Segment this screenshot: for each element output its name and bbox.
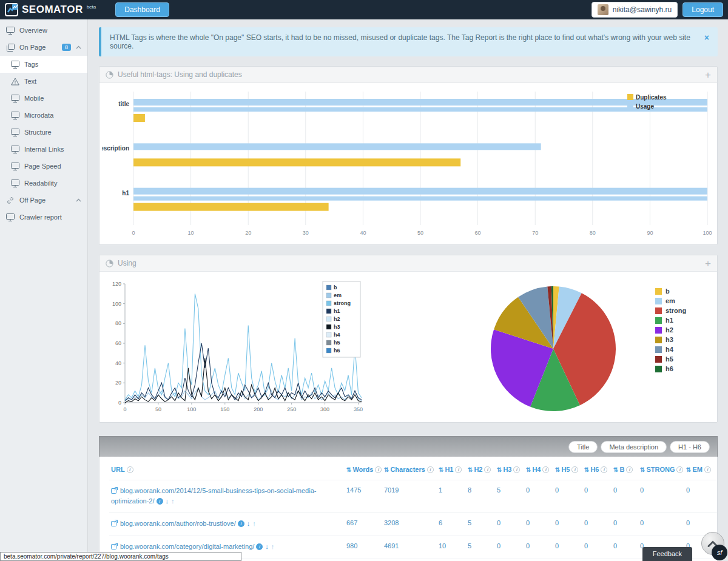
column-header-h4[interactable]: ⇅H4i: [524, 459, 553, 480]
monitor-icon: [6, 213, 15, 221]
sidebar-item-mobile[interactable]: Mobile: [0, 90, 87, 107]
panel-header: Useful html-tags: Using and duplicates +: [99, 67, 717, 83]
info-icon[interactable]: i: [157, 498, 163, 505]
sidebar-item-crawler-report[interactable]: Crawler report: [0, 209, 87, 226]
sort-icon[interactable]: ⇅: [526, 466, 531, 473]
info-icon[interactable]: i: [676, 466, 683, 473]
cell-h3: 5: [495, 480, 524, 513]
legend-label: h4: [666, 346, 673, 353]
pie-legend-item: h2: [655, 326, 707, 334]
info-icon[interactable]: i: [626, 466, 633, 473]
sidebar-item-label: Readability: [24, 180, 57, 187]
sf-logo[interactable]: sf: [712, 545, 727, 560]
url-link[interactable]: blog.woorank.com/category/digital-market…: [120, 543, 254, 550]
column-header-words[interactable]: ⇅Wordsi: [345, 459, 382, 480]
arrow-down-icon[interactable]: ↓: [247, 520, 251, 527]
sort-icon[interactable]: ⇅: [497, 466, 502, 473]
expand-icon[interactable]: +: [705, 258, 711, 269]
filter-h1-h6-button[interactable]: H1 - H6: [670, 441, 710, 453]
legend-swatch: [655, 337, 662, 343]
seomator-logo[interactable]: SEOMATOR beta: [5, 3, 96, 16]
info-icon[interactable]: i: [704, 466, 711, 473]
table-body: blog.woorank.com/2014/12/5-small-busines…: [109, 480, 717, 561]
column-header-h6[interactable]: ⇅H6i: [582, 459, 612, 480]
info-icon[interactable]: i: [238, 520, 244, 527]
svg-text:em: em: [334, 292, 342, 298]
sidebar-item-overview[interactable]: Overview: [0, 22, 87, 39]
sidebar-item-readability[interactable]: Readability: [0, 175, 87, 192]
column-header-h2[interactable]: ⇅H2i: [466, 459, 495, 480]
info-icon[interactable]: i: [571, 466, 578, 473]
info-icon[interactable]: i: [542, 466, 549, 473]
feedback-button[interactable]: Feedback: [642, 547, 692, 561]
column-header-h3[interactable]: ⇅H3i: [495, 459, 524, 480]
svg-text:h4: h4: [334, 332, 340, 338]
filter-title-button[interactable]: Title: [568, 441, 598, 453]
sort-icon[interactable]: ⇅: [640, 466, 645, 473]
info-icon[interactable]: i: [484, 466, 491, 473]
logout-button[interactable]: Logout: [682, 2, 723, 17]
user-account-button[interactable]: nikita@sawinyh.ru: [592, 2, 678, 18]
svg-text:100: 100: [703, 230, 712, 236]
info-icon[interactable]: i: [513, 466, 520, 473]
sidebar-item-structure[interactable]: Structure: [0, 124, 87, 141]
svg-text:60: 60: [475, 230, 481, 236]
column-header-strong[interactable]: ⇅STRONGi: [638, 459, 684, 480]
arrow-up-icon[interactable]: ↑: [252, 520, 256, 527]
sidebar-item-microdata[interactable]: Microdata: [0, 107, 87, 124]
sort-icon[interactable]: ⇅: [584, 466, 589, 473]
info-icon[interactable]: i: [127, 466, 133, 473]
arrow-down-icon[interactable]: ↓: [166, 497, 169, 505]
svg-text:100: 100: [187, 406, 196, 412]
arrow-down-icon[interactable]: ↓: [265, 543, 269, 550]
sort-icon[interactable]: ⇅: [439, 466, 443, 473]
column-header-em[interactable]: ⇅EMi: [684, 459, 717, 480]
sort-icon[interactable]: ⇅: [384, 466, 389, 473]
external-link-icon: [111, 520, 118, 529]
sidebar-item-text[interactable]: Text: [0, 73, 87, 90]
column-header-characters[interactable]: ⇅Charactersi: [382, 459, 437, 480]
svg-text:300: 300: [320, 406, 329, 412]
svg-text:30: 30: [303, 230, 309, 236]
sidebar-item-off-page[interactable]: Off Page: [0, 192, 87, 209]
cell-words: 4933: [345, 559, 382, 561]
cell-h3: 1: [495, 559, 524, 561]
expand-icon[interactable]: +: [705, 70, 711, 80]
url-link[interactable]: blog.woorank.com/author/rob-trustlove/: [120, 520, 236, 527]
info-icon[interactable]: i: [601, 466, 607, 473]
cell-h1: 1: [437, 480, 466, 513]
sidebar-item-tags[interactable]: Tags: [0, 56, 87, 73]
info-icon[interactable]: i: [427, 466, 434, 473]
sort-icon[interactable]: ⇅: [346, 466, 351, 473]
logo-icon: [5, 3, 18, 16]
sort-icon[interactable]: ⇅: [468, 466, 473, 473]
column-header-b[interactable]: ⇅Bi: [612, 459, 638, 480]
cell-h5: 0: [553, 536, 582, 559]
legend-label: b: [666, 287, 670, 295]
sort-icon[interactable]: ⇅: [686, 466, 691, 473]
url-link[interactable]: blog.woorank.com/2014/12/5-small-busines…: [111, 487, 316, 505]
sidebar-item-internal-links[interactable]: Internal Links: [0, 141, 87, 158]
close-icon[interactable]: ×: [697, 33, 709, 42]
pie-chart-icon: [106, 71, 113, 79]
svg-text:title: title: [118, 101, 129, 107]
svg-text:120: 120: [112, 281, 121, 287]
sidebar-item-page-speed[interactable]: Page Speed: [0, 158, 87, 175]
info-icon[interactable]: i: [256, 543, 263, 550]
column-header-h5[interactable]: ⇅H5i: [553, 459, 582, 480]
info-icon[interactable]: i: [455, 466, 462, 473]
filter-meta-description-button[interactable]: Meta description: [601, 441, 667, 453]
arrow-up-icon[interactable]: ↑: [171, 497, 175, 505]
sidebar-item-label: Text: [24, 78, 36, 85]
dashboard-button[interactable]: Dashboard: [115, 2, 169, 17]
column-header-h1[interactable]: ⇅H1i: [437, 459, 466, 480]
sort-icon[interactable]: ⇅: [613, 466, 618, 473]
sidebar-item-on-page[interactable]: On Page 8: [0, 39, 87, 56]
sort-icon[interactable]: ⇅: [555, 466, 560, 473]
cell-strong: 0: [638, 480, 684, 513]
cell-b: 0: [612, 512, 638, 536]
info-icon[interactable]: i: [375, 466, 382, 473]
column-header-url[interactable]: URLi: [109, 459, 345, 480]
arrow-up-icon[interactable]: ↑: [271, 543, 275, 550]
svg-text:h3: h3: [334, 324, 340, 330]
